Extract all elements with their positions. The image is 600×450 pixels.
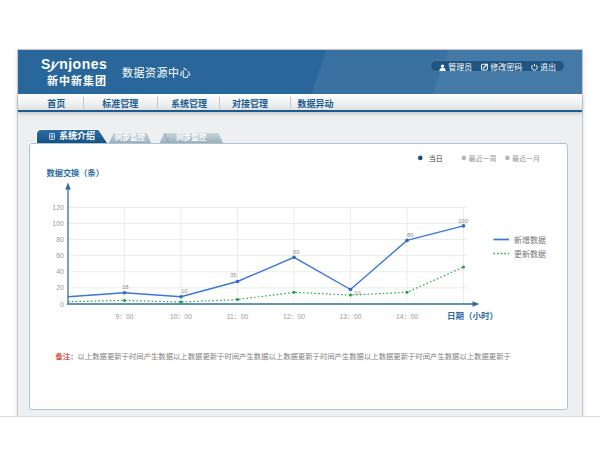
svg-text:最近一周: 最近一周 xyxy=(469,154,497,163)
svg-text:更新数据: 更新数据 xyxy=(514,249,546,259)
svg-text:40: 40 xyxy=(56,268,64,275)
svg-text:12：00: 12：00 xyxy=(283,313,305,320)
svg-text:10: 10 xyxy=(354,290,361,296)
svg-text:80: 80 xyxy=(56,236,64,243)
svg-text:9：00: 9：00 xyxy=(115,313,133,320)
svg-text:20: 20 xyxy=(56,284,64,291)
svg-text:备注：以上数据更新于时间产生数据以上数据更新于时间产生数据以: 备注：以上数据更新于时间产生数据以上数据更新于时间产生数据以上数据更新于时间产生… xyxy=(56,352,511,361)
svg-text:100: 100 xyxy=(458,218,469,224)
svg-text:10：00: 10：00 xyxy=(170,313,192,320)
svg-text:10: 10 xyxy=(181,288,188,294)
svg-text:18: 18 xyxy=(122,284,129,290)
svg-text:数据交换（条）: 数据交换（条） xyxy=(47,168,104,178)
svg-text:新增数据: 新增数据 xyxy=(514,235,546,245)
svg-text:日期（小时）: 日期（小时） xyxy=(447,311,498,321)
svg-text:11：00: 11：00 xyxy=(227,313,249,320)
svg-text:60: 60 xyxy=(56,252,64,259)
svg-text:当日: 当日 xyxy=(429,154,443,163)
svg-text:100: 100 xyxy=(52,220,64,227)
svg-text:0: 0 xyxy=(60,301,64,308)
svg-text:14：00: 14：00 xyxy=(396,313,418,320)
svg-text:80: 80 xyxy=(407,232,414,238)
svg-text:最近一月: 最近一月 xyxy=(512,154,540,163)
svg-text:60: 60 xyxy=(293,249,300,255)
svg-text:120: 120 xyxy=(52,204,64,211)
svg-text:35: 35 xyxy=(230,272,237,278)
svg-text:13：00: 13：00 xyxy=(340,313,362,320)
